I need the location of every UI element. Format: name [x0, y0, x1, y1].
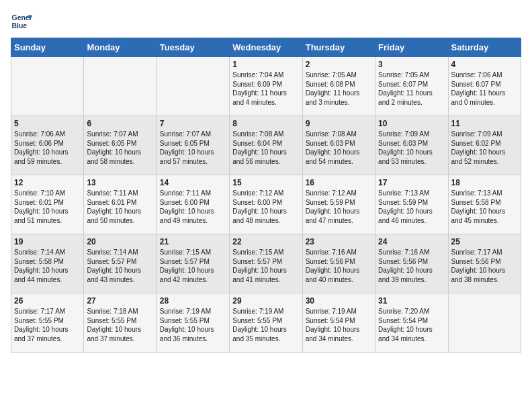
calendar-cell: 26Sunrise: 7:17 AM Sunset: 5:55 PM Dayli…	[11, 293, 84, 353]
calendar-cell: 16Sunrise: 7:12 AM Sunset: 5:59 PM Dayli…	[302, 175, 375, 234]
calendar-cell: 30Sunrise: 7:19 AM Sunset: 5:54 PM Dayli…	[302, 293, 375, 353]
day-number: 28	[160, 296, 226, 306]
cell-info: Sunrise: 7:09 AM Sunset: 6:03 PM Dayligh…	[378, 130, 445, 166]
calendar-cell: 15Sunrise: 7:12 AM Sunset: 6:00 PM Dayli…	[230, 175, 302, 234]
calendar-cell: 7Sunrise: 7:07 AM Sunset: 6:05 PM Daylig…	[157, 116, 229, 175]
calendar-cell: 18Sunrise: 7:13 AM Sunset: 5:58 PM Dayli…	[448, 175, 521, 234]
day-number: 30	[306, 296, 372, 306]
calendar-week-row: 1Sunrise: 7:04 AM Sunset: 6:09 PM Daylig…	[11, 57, 521, 116]
cell-info: Sunrise: 7:05 AM Sunset: 6:08 PM Dayligh…	[306, 71, 372, 107]
cell-info: Sunrise: 7:13 AM Sunset: 5:58 PM Dayligh…	[451, 189, 518, 225]
cell-info: Sunrise: 7:11 AM Sunset: 6:01 PM Dayligh…	[87, 189, 153, 225]
calendar-cell: 3Sunrise: 7:05 AM Sunset: 6:07 PM Daylig…	[375, 57, 448, 116]
calendar-cell: 19Sunrise: 7:14 AM Sunset: 5:58 PM Dayli…	[11, 234, 84, 293]
day-number: 10	[378, 119, 445, 128]
cell-info: Sunrise: 7:14 AM Sunset: 5:58 PM Dayligh…	[14, 248, 81, 284]
day-number: 12	[14, 178, 81, 187]
logo-icon: General Blue	[11, 11, 32, 32]
day-number: 3	[378, 60, 445, 69]
day-number: 20	[87, 237, 153, 246]
calendar-cell: 14Sunrise: 7:11 AM Sunset: 6:00 PM Dayli…	[157, 175, 229, 234]
cell-info: Sunrise: 7:18 AM Sunset: 5:55 PM Dayligh…	[87, 307, 153, 343]
calendar-cell: 23Sunrise: 7:16 AM Sunset: 5:56 PM Dayli…	[302, 234, 375, 293]
day-number: 5	[14, 119, 81, 128]
calendar-cell: 24Sunrise: 7:16 AM Sunset: 5:56 PM Dayli…	[375, 234, 448, 293]
cell-info: Sunrise: 7:07 AM Sunset: 6:05 PM Dayligh…	[160, 130, 226, 166]
day-number: 23	[306, 237, 372, 246]
calendar-cell: 11Sunrise: 7:09 AM Sunset: 6:02 PM Dayli…	[448, 116, 521, 175]
calendar-cell	[157, 57, 229, 116]
day-number: 22	[232, 237, 299, 246]
weekday-header-thursday: Thursday	[302, 38, 375, 57]
day-number: 24	[378, 237, 445, 246]
calendar-table: SundayMondayTuesdayWednesdayThursdayFrid…	[11, 38, 521, 353]
calendar-cell: 12Sunrise: 7:10 AM Sunset: 6:01 PM Dayli…	[11, 175, 84, 234]
calendar-week-row: 26Sunrise: 7:17 AM Sunset: 5:55 PM Dayli…	[11, 293, 521, 353]
calendar-cell: 9Sunrise: 7:08 AM Sunset: 6:03 PM Daylig…	[302, 116, 375, 175]
day-number: 21	[160, 237, 226, 246]
calendar-cell: 5Sunrise: 7:06 AM Sunset: 6:06 PM Daylig…	[11, 116, 84, 175]
weekday-header-friday: Friday	[375, 38, 448, 57]
day-number: 18	[451, 178, 518, 187]
calendar-cell: 4Sunrise: 7:06 AM Sunset: 6:07 PM Daylig…	[448, 57, 521, 116]
header: General Blue	[11, 11, 521, 32]
cell-info: Sunrise: 7:19 AM Sunset: 5:54 PM Dayligh…	[306, 307, 372, 343]
calendar-cell	[11, 57, 84, 116]
calendar-cell: 13Sunrise: 7:11 AM Sunset: 6:01 PM Dayli…	[84, 175, 157, 234]
calendar-week-row: 12Sunrise: 7:10 AM Sunset: 6:01 PM Dayli…	[11, 175, 521, 234]
calendar-cell	[448, 293, 521, 353]
cell-info: Sunrise: 7:12 AM Sunset: 6:00 PM Dayligh…	[232, 189, 299, 225]
cell-info: Sunrise: 7:04 AM Sunset: 6:09 PM Dayligh…	[232, 71, 299, 107]
cell-info: Sunrise: 7:13 AM Sunset: 5:59 PM Dayligh…	[378, 189, 445, 225]
day-number: 9	[306, 119, 372, 128]
calendar-cell: 8Sunrise: 7:08 AM Sunset: 6:04 PM Daylig…	[230, 116, 302, 175]
calendar-cell: 17Sunrise: 7:13 AM Sunset: 5:59 PM Dayli…	[375, 175, 448, 234]
calendar-cell: 27Sunrise: 7:18 AM Sunset: 5:55 PM Dayli…	[84, 293, 157, 353]
cell-info: Sunrise: 7:09 AM Sunset: 6:02 PM Dayligh…	[451, 130, 518, 166]
cell-info: Sunrise: 7:20 AM Sunset: 5:54 PM Dayligh…	[378, 307, 445, 343]
cell-info: Sunrise: 7:05 AM Sunset: 6:07 PM Dayligh…	[378, 71, 445, 107]
cell-info: Sunrise: 7:16 AM Sunset: 5:56 PM Dayligh…	[378, 248, 445, 284]
cell-info: Sunrise: 7:06 AM Sunset: 6:06 PM Dayligh…	[14, 130, 81, 166]
calendar-cell: 1Sunrise: 7:04 AM Sunset: 6:09 PM Daylig…	[230, 57, 302, 116]
cell-info: Sunrise: 7:17 AM Sunset: 5:55 PM Dayligh…	[14, 307, 81, 343]
cell-info: Sunrise: 7:11 AM Sunset: 6:00 PM Dayligh…	[160, 189, 226, 225]
cell-info: Sunrise: 7:16 AM Sunset: 5:56 PM Dayligh…	[306, 248, 372, 284]
weekday-header-sunday: Sunday	[11, 38, 84, 57]
day-number: 13	[87, 178, 153, 187]
day-number: 4	[451, 60, 518, 69]
calendar-cell: 31Sunrise: 7:20 AM Sunset: 5:54 PM Dayli…	[375, 293, 448, 353]
cell-info: Sunrise: 7:07 AM Sunset: 6:05 PM Dayligh…	[87, 130, 153, 166]
calendar-week-row: 5Sunrise: 7:06 AM Sunset: 6:06 PM Daylig…	[11, 116, 521, 175]
day-number: 14	[160, 178, 226, 187]
weekday-header-row: SundayMondayTuesdayWednesdayThursdayFrid…	[11, 38, 521, 57]
cell-info: Sunrise: 7:15 AM Sunset: 5:57 PM Dayligh…	[160, 248, 226, 284]
cell-info: Sunrise: 7:08 AM Sunset: 6:03 PM Dayligh…	[306, 130, 372, 166]
day-number: 26	[14, 296, 81, 306]
cell-info: Sunrise: 7:06 AM Sunset: 6:07 PM Dayligh…	[451, 71, 518, 107]
calendar-week-row: 19Sunrise: 7:14 AM Sunset: 5:58 PM Dayli…	[11, 234, 521, 293]
day-number: 16	[306, 178, 372, 187]
cell-info: Sunrise: 7:10 AM Sunset: 6:01 PM Dayligh…	[14, 189, 81, 225]
day-number: 8	[232, 119, 299, 128]
day-number: 6	[87, 119, 153, 128]
day-number: 25	[451, 237, 518, 246]
weekday-header-saturday: Saturday	[448, 38, 521, 57]
calendar-cell	[84, 57, 157, 116]
day-number: 1	[232, 60, 299, 69]
svg-text:Blue: Blue	[12, 22, 28, 30]
weekday-header-tuesday: Tuesday	[157, 38, 229, 57]
calendar-cell: 29Sunrise: 7:19 AM Sunset: 5:55 PM Dayli…	[230, 293, 302, 353]
cell-info: Sunrise: 7:08 AM Sunset: 6:04 PM Dayligh…	[232, 130, 299, 166]
calendar-cell: 25Sunrise: 7:17 AM Sunset: 5:56 PM Dayli…	[448, 234, 521, 293]
calendar-cell: 2Sunrise: 7:05 AM Sunset: 6:08 PM Daylig…	[302, 57, 375, 116]
calendar-cell: 22Sunrise: 7:15 AM Sunset: 5:57 PM Dayli…	[230, 234, 302, 293]
calendar-cell: 28Sunrise: 7:19 AM Sunset: 5:55 PM Dayli…	[157, 293, 229, 353]
cell-info: Sunrise: 7:14 AM Sunset: 5:57 PM Dayligh…	[87, 248, 153, 284]
calendar-cell: 10Sunrise: 7:09 AM Sunset: 6:03 PM Dayli…	[375, 116, 448, 175]
calendar-cell: 20Sunrise: 7:14 AM Sunset: 5:57 PM Dayli…	[84, 234, 157, 293]
cell-info: Sunrise: 7:19 AM Sunset: 5:55 PM Dayligh…	[232, 307, 299, 343]
day-number: 15	[232, 178, 299, 187]
calendar-cell: 6Sunrise: 7:07 AM Sunset: 6:05 PM Daylig…	[84, 116, 157, 175]
cell-info: Sunrise: 7:19 AM Sunset: 5:55 PM Dayligh…	[160, 307, 226, 343]
